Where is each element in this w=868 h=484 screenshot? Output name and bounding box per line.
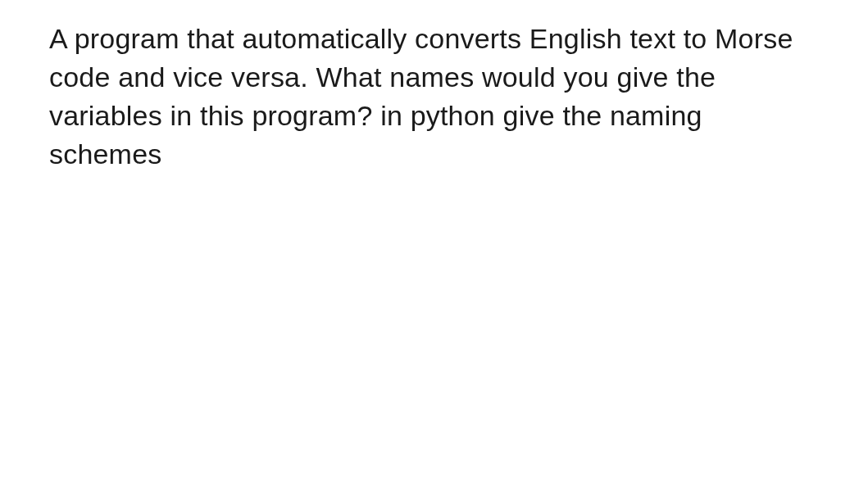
question-text: A program that automatically converts En… (49, 20, 819, 174)
